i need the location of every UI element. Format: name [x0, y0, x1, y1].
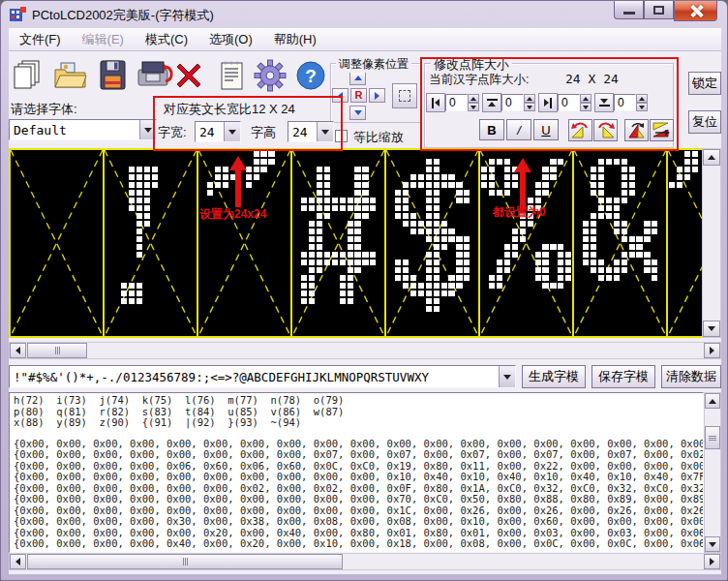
- char-width-dropdown-button[interactable]: [224, 122, 240, 141]
- settings-icon: [253, 58, 288, 93]
- menu-bar: 文件(F) 编辑(E) 模式(C) 选项(O) 帮助(H): [9, 28, 721, 51]
- bold-button[interactable]: B: [479, 119, 504, 140]
- help-button[interactable]: ?: [291, 56, 330, 95]
- pad-top-value[interactable]: 0: [501, 94, 524, 111]
- charcode-line: p(80) q(81) r(82) s(83) t(84) u(85) v(86…: [14, 407, 703, 418]
- rotate-right-button[interactable]: [593, 119, 618, 141]
- pad-top-control: 0: [482, 92, 535, 113]
- open-file-button[interactable]: [51, 56, 90, 95]
- title-bar[interactable]: PCtoLCD2002完美版-(字符模式): [1, 1, 727, 28]
- view-code-icon: [215, 58, 248, 93]
- maximize-button[interactable]: [644, 1, 674, 19]
- clear-data-button[interactable]: 清除数据: [661, 365, 721, 388]
- lcd-cell-apostrophe: [666, 150, 702, 336]
- pad-right-control: 0: [538, 92, 592, 113]
- flip-horizontal-icon: [652, 121, 672, 139]
- lcd-hscrollbar[interactable]: [9, 342, 721, 359]
- generate-font-button[interactable]: 生成字模: [522, 365, 586, 388]
- save-button[interactable]: [94, 56, 133, 95]
- pad-right-spinner[interactable]: [580, 94, 592, 111]
- menu-mode[interactable]: 模式(C): [135, 28, 198, 51]
- menu-file[interactable]: 文件(F): [9, 28, 72, 51]
- charset-value: !"#$%&'()*+,-./0123456789:;<=>?@ABCDEFGH…: [10, 370, 499, 384]
- annotation-text-2: 都设置为0: [493, 204, 546, 221]
- char-height-dropdown-button[interactable]: [317, 122, 333, 141]
- pad-top-spinner[interactable]: [524, 94, 535, 111]
- settings-button[interactable]: [251, 56, 289, 95]
- charset-dropdown-button[interactable]: [499, 366, 515, 387]
- window-controls: [614, 1, 717, 21]
- output-vscroll-thumb[interactable]: [705, 426, 720, 449]
- scroll-left-icon: [15, 558, 20, 566]
- right-arrow-icon: [375, 92, 379, 100]
- move-left-button[interactable]: [332, 88, 349, 103]
- pad-bottom-control: 0: [594, 92, 648, 113]
- lcd-scroll-up-button[interactable]: [703, 149, 720, 166]
- output-hscroll-thumb[interactable]: [27, 554, 343, 569]
- thumb-grip: [185, 558, 186, 566]
- minimize-button[interactable]: [614, 1, 644, 19]
- hex-line: {0x00, 0x00, 0x00, 0x00, 0x06, 0x60, 0x0…: [14, 461, 703, 473]
- lcd-scroll-left-button[interactable]: [10, 343, 26, 358]
- char-width-combo[interactable]: 24: [195, 121, 241, 142]
- flip-vertical-button[interactable]: [624, 119, 649, 141]
- center-glyph-button[interactable]: [392, 83, 417, 108]
- help-icon: ?: [294, 59, 327, 92]
- flip-horizontal-button[interactable]: [650, 119, 674, 141]
- lcd-scroll-down-button[interactable]: [703, 321, 720, 337]
- lock-button[interactable]: 锁定: [688, 72, 721, 95]
- charset-combo[interactable]: !"#$%&'()*+,-./0123456789:;<=>?@ABCDEFGH…: [9, 365, 516, 388]
- output-vscrollbar[interactable]: [704, 392, 721, 553]
- pad-bottom-spinner[interactable]: [636, 94, 648, 111]
- output-scroll-right-button[interactable]: [704, 554, 720, 569]
- pad-top-icon: [482, 93, 501, 112]
- pad-bottom-icon: [594, 93, 614, 112]
- new-file-button[interactable]: [9, 56, 47, 95]
- client-area: ? 调整像素位置 R 等比缩放 请选择字体: Default 对应英文长宽比12…: [9, 51, 721, 574]
- lcd-cell-ampersand: [572, 150, 666, 336]
- move-right-button[interactable]: [369, 88, 385, 103]
- font-select-dropdown-button[interactable]: [139, 120, 156, 139]
- lcd-hscroll-thumb[interactable]: [27, 343, 87, 358]
- scale-checkbox-label: 等比缩放: [353, 129, 404, 146]
- thumb-grip: [57, 347, 58, 354]
- italic-button[interactable]: /: [506, 119, 531, 140]
- scale-checkbox[interactable]: [335, 130, 348, 142]
- hex-line: {0x00, 0x00, 0x00, 0x00, 0x00, 0x00, 0x0…: [14, 472, 703, 483]
- reset-position-button[interactable]: R: [350, 88, 367, 103]
- menu-options[interactable]: 选项(O): [198, 28, 263, 51]
- move-down-button[interactable]: [349, 106, 366, 120]
- save-font-button[interactable]: 保存字模: [592, 365, 655, 388]
- scroll-right-icon: [710, 558, 714, 566]
- lcd-cell-hash: [290, 150, 384, 336]
- move-up-button[interactable]: [349, 71, 366, 85]
- font-select-combo[interactable]: Default: [9, 119, 157, 140]
- dashed-square-icon: [399, 90, 410, 102]
- font-select-label: 请选择字体:: [11, 101, 77, 118]
- rotate-left-button[interactable]: [568, 119, 592, 141]
- output-scroll-down-button[interactable]: [705, 536, 720, 552]
- lcd-scroll-right-button[interactable]: [704, 343, 720, 358]
- output-textarea[interactable]: h(72) i(73) j(74) k(75) l(76) m(77) n(78…: [9, 392, 704, 553]
- view-code-button[interactable]: [212, 56, 251, 95]
- pad-right-value[interactable]: 0: [558, 94, 580, 111]
- reset-button[interactable]: 复位: [688, 110, 721, 134]
- output-hscrollbar[interactable]: [9, 553, 721, 570]
- underline-button[interactable]: U: [533, 119, 559, 140]
- window-title: PCtoLCD2002完美版-(字符模式): [32, 7, 214, 24]
- menu-help[interactable]: 帮助(H): [263, 28, 327, 51]
- scroll-up-icon: [708, 155, 715, 160]
- close-button[interactable]: [674, 1, 717, 21]
- lcd-vscrollbar[interactable]: [702, 148, 721, 338]
- pad-left-value[interactable]: 0: [445, 94, 468, 111]
- delete-button[interactable]: [169, 56, 208, 95]
- char-width-value: 24: [196, 125, 224, 139]
- pad-left-spinner[interactable]: [468, 94, 479, 111]
- scroll-down-icon: [709, 542, 716, 547]
- matrix-size-title: 修改点阵大小: [431, 56, 512, 74]
- char-height-combo[interactable]: 24: [288, 121, 334, 142]
- output-scroll-up-button[interactable]: [705, 393, 720, 409]
- output-scroll-left-button[interactable]: [10, 554, 26, 569]
- pad-bottom-value[interactable]: 0: [614, 94, 636, 111]
- lcd-cell-percent: [478, 150, 572, 336]
